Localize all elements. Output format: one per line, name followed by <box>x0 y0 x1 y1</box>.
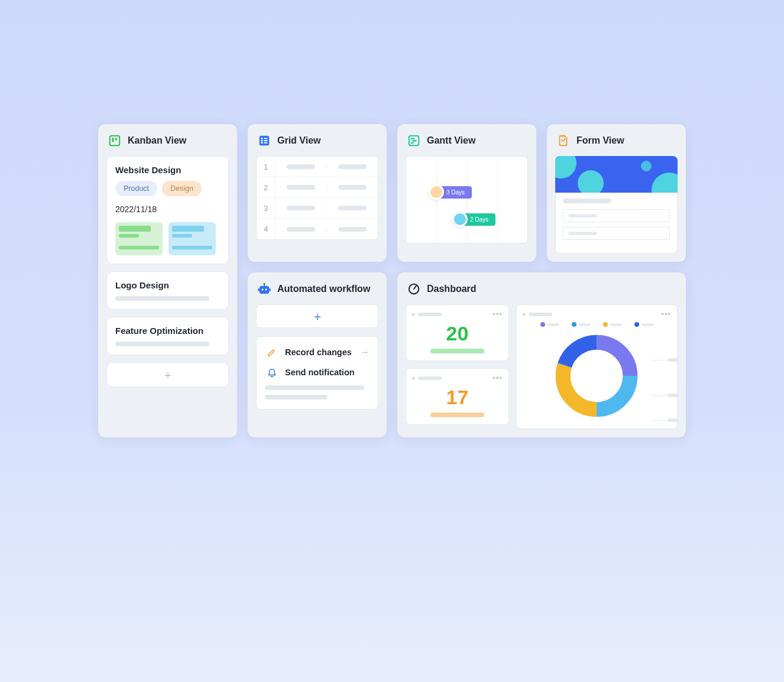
kanban-icon <box>108 134 122 148</box>
kanban-card-title: Logo Design <box>115 280 220 290</box>
svg-rect-6 <box>261 142 263 144</box>
stat-value: 20 <box>412 322 503 345</box>
svg-rect-13 <box>411 142 414 144</box>
dashboard-panel: Dashboard ••• 20 ••• <box>397 272 686 437</box>
row-number: 1 <box>257 157 276 177</box>
gantt-bar[interactable]: 2 Days <box>452 212 495 226</box>
dashboard-title: Dashboard <box>427 284 477 294</box>
dashboard-stat-tile[interactable]: ••• 20 <box>406 304 509 361</box>
stat-bar <box>430 349 485 353</box>
svg-rect-7 <box>264 138 267 139</box>
svg-rect-9 <box>264 142 267 144</box>
gantt-title: Gantt View <box>427 135 475 146</box>
placeholder-line <box>265 395 328 400</box>
form-panel: Form View <box>547 124 686 262</box>
more-icon[interactable]: ••• <box>493 310 503 319</box>
table-row[interactable]: 2 <box>257 177 378 198</box>
svg-rect-12 <box>412 140 416 141</box>
gauge-icon <box>407 282 421 296</box>
chart-legend <box>534 322 659 327</box>
svg-rect-5 <box>261 140 263 142</box>
kanban-card-title: Website Design <box>115 165 220 175</box>
kanban-card[interactable]: Feature Optimization <box>106 317 229 355</box>
attachment-thumbnail[interactable] <box>115 222 163 255</box>
svg-rect-21 <box>269 288 271 291</box>
form-input[interactable] <box>563 209 670 222</box>
svg-rect-14 <box>562 135 565 137</box>
placeholder-line <box>265 385 364 390</box>
kanban-title: Kanban View <box>128 135 186 146</box>
table-row[interactable]: 4 <box>257 219 378 239</box>
stat-value: 17 <box>412 386 503 409</box>
donut-chart <box>552 332 641 420</box>
kanban-card-title: Feature Optimization <box>115 326 220 336</box>
form-icon <box>556 134 571 148</box>
more-icon[interactable]: ••• <box>661 310 671 319</box>
dashboard-chart-tile[interactable]: ••• <box>516 304 678 429</box>
svg-rect-15 <box>260 286 269 294</box>
workflow-action-label: Record changes <box>285 348 354 357</box>
svg-rect-20 <box>258 288 260 291</box>
workflow-panel: Automated workflow ＋ Record changes → <box>248 272 387 437</box>
svg-point-19 <box>264 283 265 285</box>
add-card-button[interactable]: ＋ <box>106 362 229 387</box>
workflow-action-row[interactable]: Send notification <box>265 365 370 379</box>
kanban-panel: Kanban View Website Design Product Desig… <box>98 124 237 437</box>
plus-icon: ＋ <box>312 308 323 324</box>
gantt-chart[interactable]: 3 Days 2 Days <box>406 156 528 243</box>
grid-table[interactable]: 1 2 3 4 <box>256 156 378 240</box>
gridview-title: Grid View <box>277 135 321 146</box>
svg-point-16 <box>261 288 263 290</box>
form-preview[interactable] <box>555 156 678 254</box>
kanban-card[interactable]: Website Design Product Design 2022/11/18 <box>106 156 229 264</box>
row-number: 2 <box>257 177 276 198</box>
table-row[interactable]: 3 <box>257 198 378 219</box>
more-icon[interactable]: ••• <box>493 374 503 382</box>
workflow-action-label: Send notification <box>285 368 370 377</box>
svg-rect-11 <box>411 138 415 139</box>
gantt-panel: Gantt View 3 Days 2 Days <box>397 124 536 262</box>
arrow-right-icon: → <box>360 347 370 358</box>
svg-rect-2 <box>115 138 117 141</box>
workflow-title: Automated workflow <box>277 284 370 294</box>
svg-rect-8 <box>264 140 267 141</box>
form-input[interactable] <box>563 227 670 240</box>
bell-icon <box>265 365 279 379</box>
stat-bar <box>430 413 485 417</box>
svg-rect-1 <box>112 138 114 142</box>
attachment-thumbnail[interactable] <box>169 222 216 255</box>
svg-rect-0 <box>110 136 120 146</box>
form-hero-image <box>555 156 678 193</box>
placeholder-line <box>115 296 209 301</box>
gantt-bar[interactable]: 3 Days <box>429 185 472 199</box>
row-number: 4 <box>257 219 276 239</box>
grid-icon <box>257 134 271 148</box>
svg-rect-4 <box>261 138 263 139</box>
gantt-dot-icon <box>452 212 468 227</box>
tag-pill[interactable]: Design <box>162 181 202 196</box>
placeholder-line <box>115 342 209 346</box>
workflow-card[interactable]: Record changes → Send notification <box>256 336 378 410</box>
add-workflow-button[interactable]: ＋ <box>256 304 378 328</box>
robot-icon <box>257 282 271 296</box>
table-row[interactable]: 1 <box>257 157 378 177</box>
dashboard-stat-tile[interactable]: ••• 17 <box>406 368 509 425</box>
workflow-action-row[interactable]: Record changes → <box>265 345 370 359</box>
pencil-icon <box>265 345 279 359</box>
kanban-card[interactable]: Logo Design <box>106 271 229 310</box>
plus-icon: ＋ <box>162 367 174 383</box>
form-title: Form View <box>576 135 624 146</box>
placeholder-line <box>563 199 611 203</box>
kanban-card-date: 2022/11/18 <box>115 204 220 214</box>
tag-pill[interactable]: Product <box>115 181 157 196</box>
svg-point-17 <box>265 288 267 290</box>
gantt-dot-icon <box>429 184 444 200</box>
gantt-icon <box>407 134 421 148</box>
row-number: 3 <box>257 198 276 219</box>
gridview-panel: Grid View 1 2 3 4 <box>248 124 387 262</box>
